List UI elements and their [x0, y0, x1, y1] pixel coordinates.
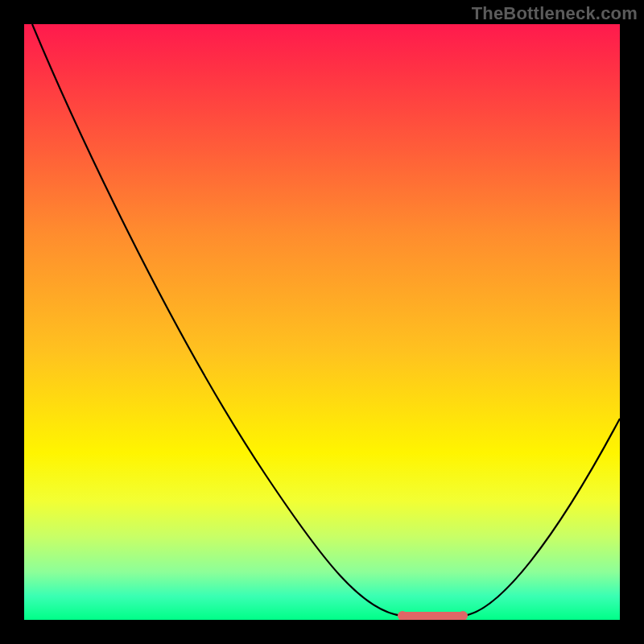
chart-svg: [24, 24, 620, 620]
chart-container: TheBottleneck.com: [0, 0, 644, 644]
bottleneck-curve-line: [32, 24, 620, 616]
watermark-text: TheBottleneck.com: [472, 3, 638, 24]
